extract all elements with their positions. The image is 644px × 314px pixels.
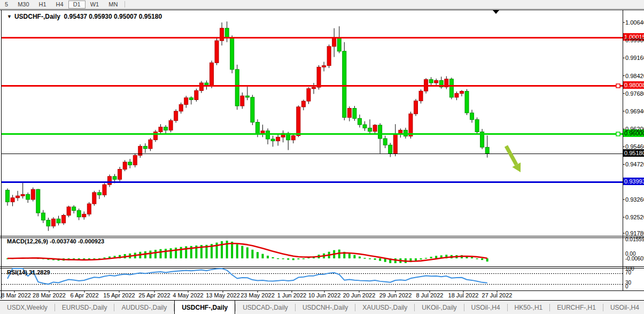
date-tick-label: 4 May 2022 [173, 292, 203, 298]
symbol-marker-icon: ▼ [7, 14, 12, 19]
date-tick-label: 1 Jun 2022 [277, 292, 306, 298]
candle-bullish [434, 80, 438, 82]
tab-eurchf-h1[interactable]: EURCHF-,H1 [550, 301, 603, 314]
candle-bullish [92, 193, 96, 204]
candle-bearish [353, 109, 356, 119]
candle-bullish [179, 104, 183, 111]
macd-histogram-bar [221, 241, 223, 258]
candle-bullish [240, 96, 244, 106]
macd-histogram-bar [409, 258, 412, 262]
macd-histogram-bar [486, 258, 488, 262]
macd-histogram-bar [47, 258, 49, 260]
tab-hk50-h1[interactable]: HK50-,H1 [508, 301, 550, 314]
candle-bullish [87, 204, 91, 214]
macd-histogram-bar [190, 246, 192, 258]
tab-ukoil-daily[interactable]: UKOil-,Daily [415, 301, 463, 314]
price-level-badge: 0.95180 [623, 149, 644, 157]
timeframe-button-5[interactable]: 5 [0, 1, 13, 9]
timeframe-button-mn[interactable]: MN [104, 1, 122, 9]
candle-bullish [62, 216, 66, 223]
price-tick-label: 0.95460 [625, 143, 644, 150]
candle-bullish [21, 194, 25, 196]
price-tick-label: 0.94720 [625, 161, 644, 167]
timeframe-button-h1[interactable]: H1 [34, 1, 51, 9]
macd-histogram-bar [476, 258, 478, 259]
line-handle[interactable] [616, 84, 620, 88]
tab-usdchf-daily[interactable]: USDCHF-,Daily [174, 300, 235, 314]
macd-histogram-bar [471, 257, 473, 258]
macd-histogram-bar [78, 258, 80, 261]
macd-axis-label: 0.015598 [625, 236, 644, 242]
candle-bullish [215, 41, 219, 63]
macd-histogram-bar [246, 247, 249, 258]
candle-bullish [184, 98, 188, 105]
macd-histogram-bar [282, 258, 284, 259]
tab-usdcad-daily[interactable]: USDCAD-,Daily [236, 301, 295, 314]
macd-histogram-bar [466, 256, 468, 258]
sell-arrow-head-icon[interactable] [512, 163, 521, 172]
candle-bearish [113, 177, 117, 179]
macd-histogram-bar [307, 257, 309, 258]
tab-usoil-h4[interactable]: USOil-,H4 [603, 301, 644, 314]
candle-bearish [363, 125, 367, 128]
candle-bullish [82, 214, 86, 217]
macd-histogram-bar [6, 258, 9, 259]
macd-histogram-bar [12, 258, 14, 259]
timeframe-button-m30[interactable]: M30 [13, 1, 34, 9]
candle-bearish [358, 118, 361, 125]
candle-bearish [286, 133, 290, 140]
macd-histogram-bar [420, 258, 422, 259]
price-tick-label: 0.91780 [625, 230, 644, 236]
timeframe-button-w1[interactable]: W1 [86, 1, 104, 9]
sell-arrow-shaft[interactable] [506, 146, 516, 165]
triangle-marker-icon[interactable] [493, 10, 499, 14]
macd-histogram-bar [58, 258, 60, 261]
line-handle[interactable] [616, 132, 620, 136]
macd-histogram-bar [262, 254, 264, 258]
macd-histogram-bar [154, 250, 157, 258]
macd-histogram-bar [481, 258, 483, 260]
macd-histogram-bar [353, 255, 355, 258]
macd-histogram-bar [313, 256, 315, 258]
price-level-badge: 0.93993 [623, 178, 644, 185]
macd-histogram-bar [272, 257, 274, 258]
candle-bullish [220, 28, 224, 41]
price-tick-label: 0.99900 [625, 37, 644, 43]
date-tick-label: 23 May 2022 [240, 292, 275, 298]
chart-canvas[interactable] [0, 0, 644, 314]
candle-bullish [281, 133, 285, 137]
timeframe-button-d1[interactable]: D1 [68, 1, 86, 9]
macd-histogram-bar [323, 254, 325, 258]
tab-audusd-daily[interactable]: AUDUSD-,Daily [114, 301, 174, 314]
tab-usoil-h4[interactable]: USOil-,H4 [464, 301, 507, 314]
chart-ohlc-values: 0.95437 0.95930 0.95007 0.95180 [64, 13, 162, 20]
candle-bullish [419, 91, 423, 101]
tab-usdx-weekly[interactable]: USDX,Weekly [0, 301, 55, 314]
macd-histogram-bar [211, 244, 213, 258]
candle-bearish [470, 113, 474, 120]
tab-xauusd-daily[interactable]: XAUUSD-,Daily [355, 301, 414, 314]
candle-bearish [449, 79, 453, 97]
macd-histogram-bar [461, 255, 463, 258]
macd-histogram-bar [292, 258, 294, 260]
macd-histogram-bar [267, 256, 269, 258]
tab-eurusd-daily[interactable]: EURUSD-,Daily [55, 301, 114, 314]
tabs-holder: USDX,WeeklyEURUSD-,DailyAUDUSD-,DailyUSD… [0, 301, 644, 314]
macd-histogram-bar [440, 255, 443, 258]
macd-histogram-bar [455, 255, 457, 258]
macd-histogram-bar [226, 241, 228, 258]
candle-bearish [230, 38, 234, 70]
candle-bearish [235, 70, 239, 106]
macd-histogram-bar [22, 258, 24, 259]
candle-bearish [271, 139, 275, 141]
price-tick-label: 0.99160 [625, 55, 644, 61]
candle-bullish [322, 66, 326, 67]
candle-bullish [373, 125, 377, 132]
macd-histogram-bar [445, 255, 447, 258]
macd-histogram-bar [435, 256, 437, 258]
tab-usdcnh-daily[interactable]: USDCNH-,Daily [296, 301, 355, 314]
macd-histogram-bar [68, 258, 70, 261]
timeframe-button-h4[interactable]: H4 [51, 1, 68, 9]
macd-histogram-bar [343, 252, 345, 258]
macd-histogram-bar [379, 258, 381, 261]
